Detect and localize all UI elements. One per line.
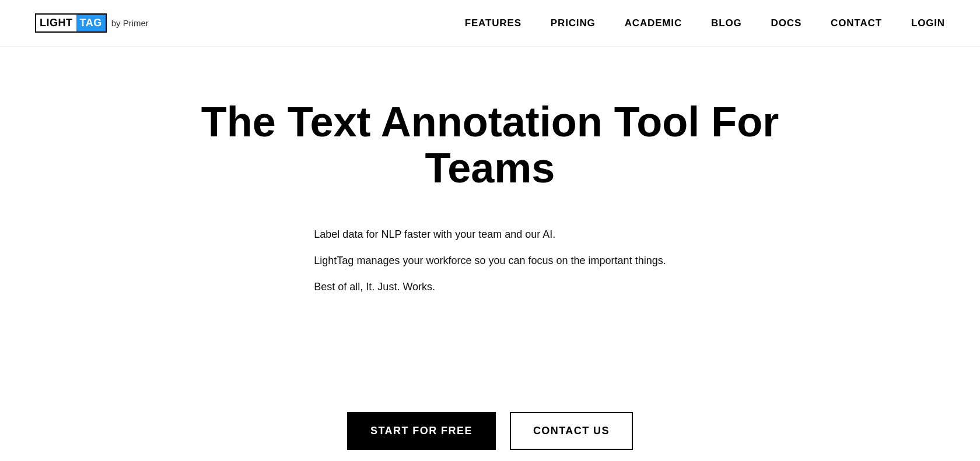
nav-contact[interactable]: CONTACT (831, 17, 882, 29)
contact-us-button[interactable]: CONTACT US (510, 412, 633, 450)
site-header: LIGHT TAG by Primer FEATURES PRICING ACA… (0, 0, 980, 47)
hero-description-1: Label data for NLP faster with your team… (314, 226, 666, 243)
main-nav: FEATURES PRICING ACADEMIC BLOG DOCS CONT… (465, 17, 945, 29)
logo-by-primer: by Primer (111, 18, 149, 28)
hero-title: The Text Annotation Tool For Teams (169, 99, 811, 191)
nav-academic[interactable]: ACADEMIC (625, 17, 682, 29)
nav-features[interactable]: FEATURES (465, 17, 522, 29)
nav-pricing[interactable]: PRICING (551, 17, 596, 29)
nav-login[interactable]: LOGIN (911, 17, 945, 29)
nav-docs[interactable]: DOCS (771, 17, 802, 29)
hero-description-3: Best of all, It. Just. Works. (314, 279, 666, 295)
hero-description-2: LightTag manages your workforce so you c… (314, 252, 666, 269)
start-for-free-button[interactable]: START FOR FREE (347, 412, 496, 450)
hero-description: Label data for NLP faster with your team… (314, 226, 666, 295)
logo-box: LIGHT TAG (35, 13, 107, 33)
logo-light-text: LIGHT (36, 15, 76, 31)
cta-buttons: START FOR FREE CONTACT US (347, 412, 633, 450)
logo-area: LIGHT TAG by Primer (35, 13, 149, 33)
main-content: The Text Annotation Tool For Teams Label… (0, 47, 980, 450)
logo-tag-text: TAG (76, 15, 106, 31)
nav-blog[interactable]: BLOG (711, 17, 742, 29)
